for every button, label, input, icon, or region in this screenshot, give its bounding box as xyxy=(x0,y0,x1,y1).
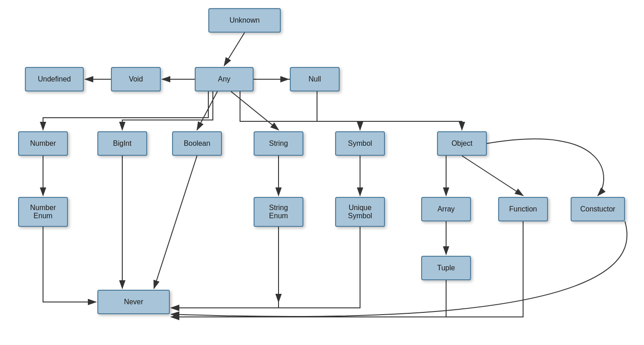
node-array: Array xyxy=(421,197,471,221)
node-number: Number xyxy=(18,131,68,156)
svg-line-6 xyxy=(197,91,217,130)
node-stringenum: StringEnum xyxy=(254,197,303,227)
node-bigint: BigInt xyxy=(97,131,147,156)
node-object: Object xyxy=(437,131,487,156)
node-void: Void xyxy=(111,67,161,91)
node-symbol: Symbol xyxy=(335,131,385,156)
node-tuple: Tuple xyxy=(421,256,471,280)
arrows-svg xyxy=(0,0,644,345)
svg-line-7 xyxy=(231,91,279,130)
node-function: Function xyxy=(498,197,548,221)
node-numberenum: NumberEnum xyxy=(18,197,68,227)
node-unknown: Unknown xyxy=(208,8,281,33)
node-undefined: Undefined xyxy=(25,67,84,91)
node-any: Any xyxy=(195,67,254,91)
diagram-container: UnknownAnyVoidUndefinedNullNumberBigIntB… xyxy=(0,0,644,345)
node-uniquesymbol: UniqueSymbol xyxy=(335,197,385,227)
svg-line-12 xyxy=(462,156,523,196)
svg-line-2 xyxy=(224,33,245,66)
node-never: Never xyxy=(97,290,170,314)
node-null: Null xyxy=(290,67,340,91)
node-boolean: Boolean xyxy=(172,131,222,156)
node-string: String xyxy=(254,131,303,156)
node-constructor: Constuctor xyxy=(571,197,625,221)
svg-line-15 xyxy=(154,156,197,288)
